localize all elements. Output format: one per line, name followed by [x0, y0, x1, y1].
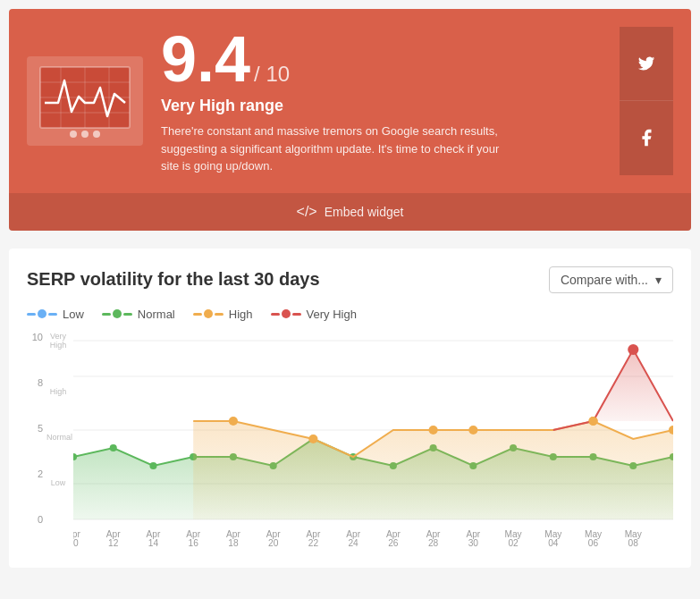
svg-text:18: 18 [228, 538, 239, 546]
svg-point-41 [628, 344, 638, 355]
embed-label: Embed widget [325, 205, 404, 219]
legend-high-label: High [229, 308, 253, 321]
svg-text:08: 08 [628, 538, 639, 546]
svg-point-34 [229, 417, 238, 426]
svg-text:06: 06 [588, 538, 599, 546]
monitor-icon [27, 56, 143, 146]
svg-point-18 [110, 444, 117, 451]
svg-text:30: 30 [468, 538, 479, 546]
chart-container: 10 8 5 2 0 Very High High Normal Low [27, 332, 673, 550]
svg-text:20: 20 [268, 538, 279, 546]
compare-dropdown[interactable]: Compare with... ▾ [549, 266, 673, 293]
svg-text:14: 14 [148, 538, 159, 546]
y-axis-numbers: 10 8 5 2 0 [27, 332, 46, 546]
y-axis-ranges: Very High High Normal Low [46, 332, 73, 546]
facebook-button[interactable] [620, 101, 673, 174]
serp-widget: 9.4/ 10 Very High range There're constan… [9, 9, 691, 231]
legend-low: Low [27, 308, 84, 321]
score-display: 9.4/ 10 [161, 27, 602, 91]
svg-point-42 [588, 417, 597, 426]
embed-bar[interactable]: </> Embed widget [9, 193, 691, 231]
chart-svg-container: Apr 10 Apr 12 Apr 14 Apr 16 Apr 18 Apr 2… [73, 332, 673, 550]
svg-text:16: 16 [189, 538, 199, 546]
svg-text:04: 04 [548, 538, 559, 546]
twitter-button[interactable] [620, 27, 673, 101]
score-description: There're constant and massive tremors on… [161, 122, 501, 175]
embed-icon: </> [297, 204, 317, 220]
svg-text:02: 02 [508, 538, 519, 546]
legend-very-high-label: Very High [307, 308, 357, 321]
svg-point-37 [468, 426, 477, 434]
svg-text:22: 22 [308, 538, 319, 546]
svg-point-7 [70, 131, 77, 138]
score-section: 9.4/ 10 Very High range There're constan… [143, 27, 620, 175]
svg-marker-40 [594, 350, 673, 421]
svg-text:28: 28 [428, 538, 439, 546]
legend-low-label: Low [63, 308, 84, 321]
chart-svg: Apr 10 Apr 12 Apr 14 Apr 16 Apr 18 Apr 2… [73, 332, 673, 546]
svg-marker-33 [193, 421, 673, 519]
compare-label: Compare with... [561, 273, 648, 287]
score-denominator: / 10 [254, 62, 290, 86]
chart-legend: Low Normal High Very High [27, 308, 673, 321]
score-range-label: Very High range [161, 97, 602, 115]
widget-header: 9.4/ 10 Very High range There're constan… [9, 9, 691, 193]
chart-header: SERP volatility for the last 30 days Com… [27, 266, 673, 293]
svg-text:12: 12 [108, 538, 119, 546]
svg-point-19 [149, 462, 156, 469]
score-value: 9.4 [161, 23, 250, 95]
chart-title: SERP volatility for the last 30 days [27, 269, 320, 290]
svg-point-9 [93, 131, 100, 138]
legend-high: High [193, 308, 253, 321]
svg-text:24: 24 [348, 538, 358, 546]
social-sidebar [620, 27, 673, 175]
legend-very-high: Very High [271, 308, 357, 321]
svg-text:26: 26 [388, 538, 399, 546]
svg-text:10: 10 [73, 538, 79, 546]
svg-point-8 [81, 131, 89, 138]
chevron-down-icon: ▾ [655, 273, 662, 287]
legend-normal-label: Normal [138, 308, 175, 321]
svg-point-35 [308, 434, 317, 443]
svg-point-36 [429, 426, 438, 434]
chart-section: SERP volatility for the last 30 days Com… [9, 249, 691, 568]
legend-normal: Normal [102, 308, 175, 321]
